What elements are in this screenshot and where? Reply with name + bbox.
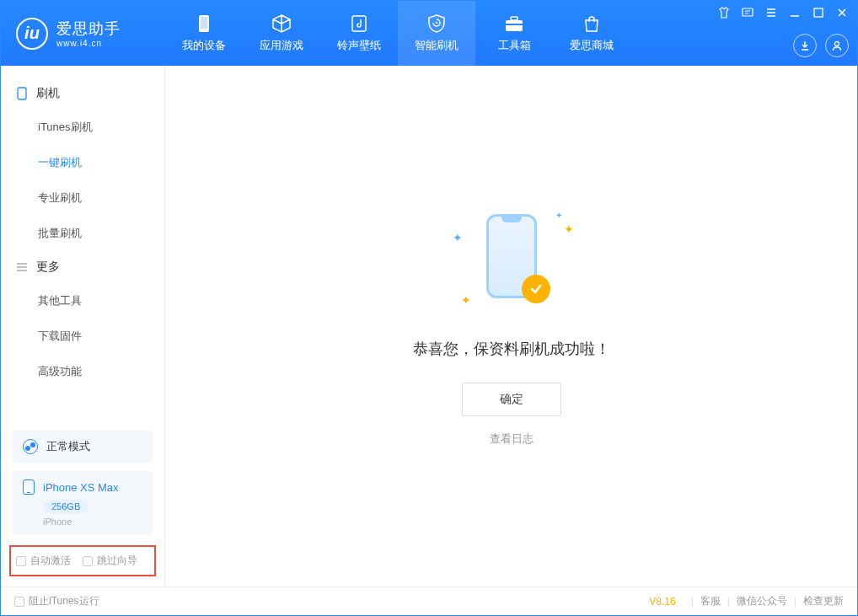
update-link[interactable]: 检查更新 — [803, 594, 844, 608]
support-link[interactable]: 客服 — [700, 594, 721, 608]
svg-rect-9 — [18, 88, 26, 99]
sidebar-group-flash: 刷机 — [1, 78, 164, 110]
nav-store[interactable]: 爱思商城 — [553, 1, 630, 66]
svg-rect-4 — [511, 17, 517, 20]
tshirt-icon[interactable] — [717, 6, 731, 19]
footer-right: V8.16 | 客服 | 微信公众号 | 检查更新 — [649, 594, 844, 608]
device-panel: 正常模式 iPhone XS Max 256GB iPhone — [1, 420, 164, 535]
checkbox-icon — [83, 556, 93, 566]
sparkle-icon: ✦ — [461, 293, 471, 307]
feedback-icon[interactable] — [741, 6, 754, 19]
confirm-button[interactable]: 确定 — [462, 383, 561, 416]
group-title: 更多 — [36, 260, 60, 275]
device-name: iPhone XS Max — [43, 481, 119, 494]
nav-my-device[interactable]: 我的设备 — [165, 1, 243, 66]
nav-label: 工具箱 — [498, 38, 531, 53]
app-title: 爱思助手 — [56, 19, 121, 39]
sidebar-item-batch-flash[interactable]: 批量刷机 — [1, 216, 164, 251]
checkbox-icon — [14, 597, 24, 607]
svg-rect-6 — [743, 8, 753, 16]
sidebar-item-itunes-flash[interactable]: iTunes刷机 — [1, 110, 164, 145]
sidebar-item-download-firmware[interactable]: 下载固件 — [1, 319, 164, 354]
user-button[interactable] — [825, 34, 849, 57]
checkbox-label: 跳过向导 — [97, 554, 137, 568]
success-message: 恭喜您，保资料刷机成功啦！ — [413, 339, 610, 359]
svg-point-8 — [835, 42, 839, 46]
close-button[interactable] — [835, 6, 849, 19]
menu-icon[interactable] — [764, 6, 778, 19]
app-body: 刷机 iTunes刷机 一键刷机 专业刷机 批量刷机 更多 其他工具 下载固件 … — [1, 66, 857, 587]
success-illustration: ✦ ✦ ✦ ✦ — [444, 206, 579, 315]
logo-text: 爱思助手 www.i4.cn — [56, 19, 121, 48]
account-area — [793, 34, 849, 57]
minimize-button[interactable] — [788, 6, 802, 19]
sidebar-group-more: 更多 — [1, 251, 164, 283]
sidebar: 刷机 iTunes刷机 一键刷机 专业刷机 批量刷机 更多 其他工具 下载固件 … — [1, 66, 165, 587]
device-icon — [194, 13, 214, 34]
wechat-link[interactable]: 微信公众号 — [737, 594, 787, 608]
shield-icon — [426, 13, 447, 34]
sidebar-item-advanced[interactable]: 高级功能 — [1, 354, 164, 389]
nav-label: 铃声壁纸 — [337, 38, 381, 53]
view-log-link[interactable]: 查看日志 — [490, 431, 534, 447]
logo-area: iu 爱思助手 www.i4.cn — [1, 18, 165, 50]
status-bar: 阻止iTunes运行 V8.16 | 客服 | 微信公众号 | 检查更新 — [1, 587, 857, 615]
app-header: iu 爱思助手 www.i4.cn 我的设备 应用游戏 铃声壁纸 智能刷机 工具… — [1, 1, 857, 66]
cube-icon — [271, 13, 292, 34]
auto-activate-checkbox[interactable]: 自动激活 — [16, 554, 71, 568]
device-mode: 正常模式 — [46, 439, 90, 454]
nav-toolbox[interactable]: 工具箱 — [475, 1, 553, 66]
svg-rect-5 — [506, 24, 523, 25]
sidebar-item-pro-flash[interactable]: 专业刷机 — [1, 180, 164, 216]
music-icon — [349, 13, 369, 34]
divider: | — [794, 596, 796, 608]
nav-label: 爱思商城 — [570, 38, 614, 53]
flash-options-highlight: 自动激活 跳过向导 — [9, 545, 156, 576]
phone-small-icon — [16, 88, 28, 99]
sidebar-item-oneclick-flash[interactable]: 一键刷机 — [1, 145, 164, 180]
mode-icon — [23, 439, 38, 454]
checkmark-badge — [522, 275, 550, 303]
nav-apps-games[interactable]: 应用游戏 — [243, 1, 320, 66]
checkbox-label: 自动激活 — [30, 554, 71, 568]
list-icon — [16, 261, 28, 273]
nav-label: 应用游戏 — [260, 38, 303, 53]
nav-label: 我的设备 — [182, 38, 226, 53]
main-content: ✦ ✦ ✦ ✦ 恭喜您，保资料刷机成功啦！ 确定 查看日志 — [165, 66, 857, 587]
header-right — [717, 1, 849, 66]
divider: | — [691, 596, 694, 608]
device-mode-row[interactable]: 正常模式 — [13, 431, 153, 463]
phone-icon — [23, 479, 35, 495]
sparkle-icon: ✦ — [453, 231, 463, 244]
window-controls — [717, 6, 849, 19]
svg-rect-7 — [814, 8, 823, 17]
top-nav: 我的设备 应用游戏 铃声壁纸 智能刷机 工具箱 爱思商城 — [165, 1, 630, 66]
svg-rect-1 — [201, 17, 207, 29]
download-button[interactable] — [793, 34, 817, 57]
checkbox-icon — [16, 556, 26, 566]
sparkle-icon: ✦ — [555, 211, 562, 220]
group-title: 刷机 — [36, 86, 60, 101]
skip-guide-checkbox[interactable]: 跳过向导 — [83, 554, 137, 568]
bag-icon — [582, 13, 602, 34]
block-itunes-checkbox[interactable]: 阻止iTunes运行 — [14, 594, 99, 608]
divider: | — [727, 596, 730, 608]
toolbox-icon — [504, 13, 524, 34]
nav-label: 智能刷机 — [415, 38, 458, 53]
nav-smart-flash[interactable]: 智能刷机 — [398, 1, 475, 66]
version-label: V8.16 — [649, 596, 675, 608]
device-top: iPhone XS Max — [23, 479, 142, 495]
app-subtitle: www.i4.cn — [56, 39, 121, 48]
nav-ringtone-wallpaper[interactable]: 铃声壁纸 — [320, 1, 398, 66]
checkbox-label: 阻止iTunes运行 — [29, 594, 99, 608]
device-info-row[interactable]: iPhone XS Max 256GB iPhone — [13, 471, 153, 535]
maximize-button[interactable] — [812, 6, 825, 19]
sidebar-item-other-tools[interactable]: 其他工具 — [1, 283, 164, 319]
app-logo-icon: iu — [16, 18, 48, 50]
svg-rect-3 — [506, 20, 523, 31]
device-type: iPhone — [43, 517, 142, 527]
storage-badge: 256GB — [43, 500, 88, 513]
sparkle-icon: ✦ — [564, 222, 574, 236]
